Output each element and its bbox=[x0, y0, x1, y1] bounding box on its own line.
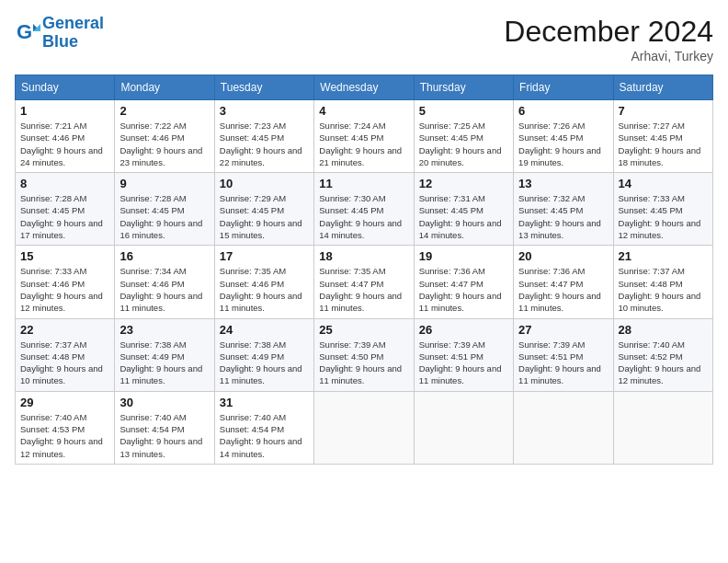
day-info: Sunrise: 7:37 AMSunset: 4:48 PMDaylight:… bbox=[619, 265, 708, 314]
day-number: 11 bbox=[319, 177, 408, 190]
day-number: 23 bbox=[119, 323, 209, 337]
day-header-tuesday: Tuesday bbox=[214, 75, 313, 100]
day-number: 16 bbox=[119, 249, 209, 263]
day-number: 20 bbox=[518, 249, 608, 263]
calendar-cell bbox=[314, 391, 414, 464]
day-info: Sunrise: 7:39 AMSunset: 4:51 PMDaylight:… bbox=[518, 339, 608, 387]
calendar-cell bbox=[613, 391, 712, 464]
day-header-sunday: Sunday bbox=[16, 75, 115, 100]
calendar-week-5: 29Sunrise: 7:40 AMSunset: 4:53 PMDayligh… bbox=[16, 391, 713, 464]
day-info: Sunrise: 7:29 AMSunset: 4:45 PMDaylight:… bbox=[220, 192, 309, 241]
day-header-monday: Monday bbox=[115, 75, 214, 100]
calendar-cell: 16Sunrise: 7:34 AMSunset: 4:46 PMDayligh… bbox=[115, 246, 214, 318]
calendar-cell: 31Sunrise: 7:40 AMSunset: 4:54 PMDayligh… bbox=[214, 391, 313, 464]
calendar-cell: 26Sunrise: 7:39 AMSunset: 4:51 PMDayligh… bbox=[414, 318, 513, 391]
day-info: Sunrise: 7:33 AMSunset: 4:45 PMDaylight:… bbox=[619, 192, 708, 241]
day-info: Sunrise: 7:38 AMSunset: 4:49 PMDaylight:… bbox=[119, 339, 209, 387]
calendar-cell: 30Sunrise: 7:40 AMSunset: 4:54 PMDayligh… bbox=[115, 391, 214, 464]
calendar-week-3: 15Sunrise: 7:33 AMSunset: 4:46 PMDayligh… bbox=[16, 246, 713, 318]
calendar-cell: 8Sunrise: 7:28 AMSunset: 4:45 PMDaylight… bbox=[16, 173, 115, 246]
day-info: Sunrise: 7:28 AMSunset: 4:45 PMDaylight:… bbox=[20, 192, 109, 241]
calendar-cell: 6Sunrise: 7:26 AMSunset: 4:45 PMDaylight… bbox=[514, 100, 613, 173]
logo-text: GeneralBlue bbox=[42, 15, 104, 52]
calendar-cell: 5Sunrise: 7:25 AMSunset: 4:45 PMDaylight… bbox=[414, 100, 513, 173]
day-info: Sunrise: 7:30 AMSunset: 4:45 PMDaylight:… bbox=[319, 192, 408, 241]
svg-text:G: G bbox=[17, 20, 32, 43]
day-info: Sunrise: 7:40 AMSunset: 4:52 PMDaylight:… bbox=[619, 339, 708, 387]
calendar-table: SundayMondayTuesdayWednesdayThursdayFrid… bbox=[15, 75, 713, 465]
calendar-cell: 21Sunrise: 7:37 AMSunset: 4:48 PMDayligh… bbox=[613, 246, 712, 318]
day-info: Sunrise: 7:32 AMSunset: 4:45 PMDaylight:… bbox=[518, 192, 608, 241]
calendar-cell: 13Sunrise: 7:32 AMSunset: 4:45 PMDayligh… bbox=[514, 173, 613, 246]
day-number: 18 bbox=[319, 249, 408, 263]
calendar-week-4: 22Sunrise: 7:37 AMSunset: 4:48 PMDayligh… bbox=[16, 318, 713, 391]
calendar-cell: 19Sunrise: 7:36 AMSunset: 4:47 PMDayligh… bbox=[414, 246, 513, 318]
calendar-cell bbox=[514, 391, 613, 464]
calendar-week-1: 1Sunrise: 7:21 AMSunset: 4:46 PMDaylight… bbox=[16, 100, 713, 173]
day-number: 9 bbox=[119, 177, 209, 190]
day-info: Sunrise: 7:40 AMSunset: 4:54 PMDaylight:… bbox=[119, 411, 209, 460]
logo-icon: G bbox=[15, 20, 40, 46]
day-info: Sunrise: 7:23 AMSunset: 4:45 PMDaylight:… bbox=[220, 120, 309, 168]
calendar-cell: 18Sunrise: 7:35 AMSunset: 4:47 PMDayligh… bbox=[314, 246, 414, 318]
day-number: 12 bbox=[419, 177, 508, 190]
day-number: 13 bbox=[518, 177, 608, 190]
calendar-cell: 7Sunrise: 7:27 AMSunset: 4:45 PMDaylight… bbox=[613, 100, 712, 173]
day-number: 21 bbox=[619, 249, 708, 263]
day-info: Sunrise: 7:40 AMSunset: 4:53 PMDaylight:… bbox=[20, 411, 109, 460]
calendar-cell: 14Sunrise: 7:33 AMSunset: 4:45 PMDayligh… bbox=[613, 173, 712, 246]
page-header: G GeneralBlue December 2024 Arhavi, Turk… bbox=[15, 15, 713, 63]
calendar-cell: 22Sunrise: 7:37 AMSunset: 4:48 PMDayligh… bbox=[16, 318, 115, 391]
day-info: Sunrise: 7:39 AMSunset: 4:50 PMDaylight:… bbox=[319, 339, 408, 387]
calendar-cell: 25Sunrise: 7:39 AMSunset: 4:50 PMDayligh… bbox=[314, 318, 414, 391]
calendar-cell: 9Sunrise: 7:28 AMSunset: 4:45 PMDaylight… bbox=[115, 173, 214, 246]
title-block: December 2024 Arhavi, Turkey bbox=[504, 15, 713, 63]
day-info: Sunrise: 7:38 AMSunset: 4:49 PMDaylight:… bbox=[220, 339, 309, 387]
calendar-cell: 4Sunrise: 7:24 AMSunset: 4:45 PMDaylight… bbox=[314, 100, 414, 173]
day-number: 26 bbox=[419, 323, 508, 337]
day-header-wednesday: Wednesday bbox=[314, 75, 414, 100]
day-info: Sunrise: 7:36 AMSunset: 4:47 PMDaylight:… bbox=[518, 265, 608, 314]
day-header-friday: Friday bbox=[514, 75, 613, 100]
calendar-cell: 23Sunrise: 7:38 AMSunset: 4:49 PMDayligh… bbox=[115, 318, 214, 391]
day-number: 6 bbox=[518, 104, 608, 118]
day-info: Sunrise: 7:22 AMSunset: 4:46 PMDaylight:… bbox=[119, 120, 209, 168]
location: Arhavi, Turkey bbox=[504, 49, 713, 63]
day-info: Sunrise: 7:27 AMSunset: 4:45 PMDaylight:… bbox=[619, 120, 708, 168]
calendar-cell: 2Sunrise: 7:22 AMSunset: 4:46 PMDaylight… bbox=[115, 100, 214, 173]
day-number: 10 bbox=[220, 177, 309, 190]
day-number: 15 bbox=[20, 249, 109, 263]
day-number: 27 bbox=[518, 323, 608, 337]
day-number: 25 bbox=[319, 323, 408, 337]
day-number: 30 bbox=[119, 396, 209, 409]
calendar-cell bbox=[414, 391, 513, 464]
day-number: 1 bbox=[20, 104, 109, 118]
calendar-body: 1Sunrise: 7:21 AMSunset: 4:46 PMDaylight… bbox=[16, 100, 713, 465]
day-number: 24 bbox=[220, 323, 309, 337]
calendar-cell: 10Sunrise: 7:29 AMSunset: 4:45 PMDayligh… bbox=[214, 173, 313, 246]
day-number: 28 bbox=[619, 323, 708, 337]
day-info: Sunrise: 7:33 AMSunset: 4:46 PMDaylight:… bbox=[20, 265, 109, 314]
calendar-cell: 17Sunrise: 7:35 AMSunset: 4:46 PMDayligh… bbox=[214, 246, 313, 318]
day-number: 17 bbox=[220, 249, 309, 263]
calendar-cell: 1Sunrise: 7:21 AMSunset: 4:46 PMDaylight… bbox=[16, 100, 115, 173]
day-number: 4 bbox=[319, 104, 408, 118]
day-info: Sunrise: 7:24 AMSunset: 4:45 PMDaylight:… bbox=[319, 120, 408, 168]
day-info: Sunrise: 7:21 AMSunset: 4:46 PMDaylight:… bbox=[20, 120, 109, 168]
day-number: 7 bbox=[619, 104, 708, 118]
day-info: Sunrise: 7:37 AMSunset: 4:48 PMDaylight:… bbox=[20, 339, 109, 387]
day-info: Sunrise: 7:35 AMSunset: 4:46 PMDaylight:… bbox=[220, 265, 309, 314]
logo: G GeneralBlue bbox=[15, 15, 104, 52]
day-info: Sunrise: 7:31 AMSunset: 4:45 PMDaylight:… bbox=[419, 192, 508, 241]
day-info: Sunrise: 7:28 AMSunset: 4:45 PMDaylight:… bbox=[119, 192, 209, 241]
day-number: 22 bbox=[20, 323, 109, 337]
calendar-cell: 29Sunrise: 7:40 AMSunset: 4:53 PMDayligh… bbox=[16, 391, 115, 464]
calendar-cell: 12Sunrise: 7:31 AMSunset: 4:45 PMDayligh… bbox=[414, 173, 513, 246]
day-number: 5 bbox=[419, 104, 508, 118]
calendar-cell: 20Sunrise: 7:36 AMSunset: 4:47 PMDayligh… bbox=[514, 246, 613, 318]
day-info: Sunrise: 7:39 AMSunset: 4:51 PMDaylight:… bbox=[419, 339, 508, 387]
day-number: 2 bbox=[119, 104, 209, 118]
day-info: Sunrise: 7:36 AMSunset: 4:47 PMDaylight:… bbox=[419, 265, 508, 314]
day-info: Sunrise: 7:25 AMSunset: 4:45 PMDaylight:… bbox=[419, 120, 508, 168]
month-year: December 2024 bbox=[504, 15, 713, 49]
